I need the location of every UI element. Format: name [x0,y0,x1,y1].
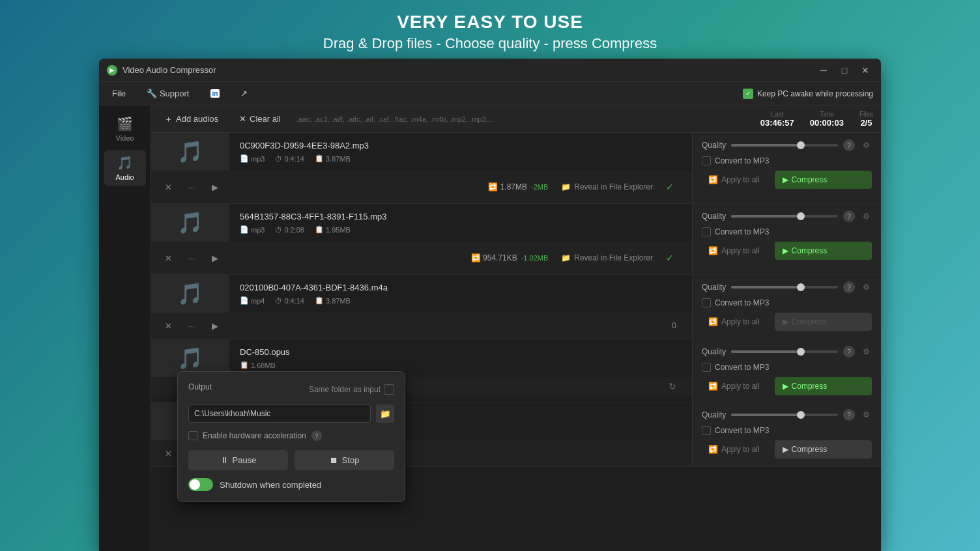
compress-btn-4[interactable]: ▶ Compress [775,377,872,395]
saved-size-2: -1.02MB [521,254,549,262]
reveal-label-1: Reveal in File Explorer [574,182,653,191]
quality-help-3[interactable]: ? [843,281,855,293]
quality-settings-1[interactable]: ⚙ [860,139,872,151]
close-button[interactable]: ✕ [857,63,873,78]
file-close-btn-5[interactable]: ✕ [159,444,177,462]
same-folder-checkbox[interactable] [384,384,394,395]
apply-all-btn-2[interactable]: 🔁 Apply to all [702,242,770,259]
sidebar-item-audio[interactable]: 🎵 Audio [104,150,146,186]
linkedin-btn[interactable]: in [205,87,225,100]
quality-slider-1[interactable] [731,144,838,147]
convert-checkbox-4[interactable] [702,363,711,372]
quality-settings-3[interactable]: ⚙ [860,281,872,293]
file-format-2: 📄 mp3 [240,225,265,234]
file-close-btn-3[interactable]: ✕ [159,317,177,335]
file-left-2: 🎵 564B1357-88C3-4FF1-8391-F115.mp3 📄 mp3… [151,204,692,274]
apply-all-btn-1[interactable]: 🔁 Apply to all [702,171,770,188]
output-path-row: 📁 [188,404,394,423]
stats-bar: Last 03:46:57 Time 00:00:03 Files 2/5 [760,111,873,128]
reveal-btn-1[interactable]: 📁 Reveal in File Explorer [556,180,658,194]
add-audios-button[interactable]: ＋ Add audios [159,111,223,128]
keep-awake-checkbox[interactable]: ✓ [743,89,753,99]
file-play-btn-3[interactable]: ▶ [206,317,224,335]
quality-section-4: Quality ? ⚙ [692,339,881,402]
refresh-icon-4[interactable]: ↻ [669,381,676,391]
support-menu[interactable]: 🔧 Support [141,86,195,101]
apply-icon-2: 🔁 [708,246,718,255]
apply-all-btn-4[interactable]: 🔁 Apply to all [702,378,770,395]
quality-settings-5[interactable]: ⚙ [860,409,872,421]
apply-all-btn-3[interactable]: 🔁 Apply to all [702,313,770,330]
quality-slider-2[interactable] [731,215,838,218]
quality-label-2: Quality [702,212,726,221]
quality-help-1[interactable]: ? [843,139,855,151]
compress-btn-5[interactable]: ▶ Compress [775,440,872,459]
compress-play-icon-2: ▶ [783,246,788,255]
original-size-2: 🔁 954.71KB [471,253,517,262]
support-menu-label: Support [160,89,190,98]
output-label: Output [188,382,212,391]
compress-label-2: Compress [792,246,828,255]
file-meta-3: 📄 mp4 ⏱ 0:4:14 📋 3.87MB [240,296,682,305]
file-info-1: 0C900F3D-D959-4EE3-98A2.mp3 📄 mp3 ⏱ 0:4:… [229,133,692,171]
quality-help-4[interactable]: ? [843,346,855,358]
file-more-btn-2[interactable]: ··· [182,249,201,267]
output-header-row: Output Same folder as input [188,382,394,397]
quality-help-2[interactable]: ? [843,210,855,222]
convert-checkbox-5[interactable] [702,426,711,435]
compress-play-icon-4: ▶ [783,382,788,391]
convert-checkbox-1[interactable] [702,156,711,165]
reveal-btn-2[interactable]: 📁 Reveal in File Explorer [556,251,658,265]
quality-help-5[interactable]: ? [843,409,855,421]
banner-line1: VERY EASY TO USE [323,12,657,33]
sidebar-item-video[interactable]: 🎬 Video [104,111,146,147]
stop-button[interactable]: ⏹ Stop [295,450,394,470]
reveal-icon-1: 📁 [561,182,571,191]
compress-btn-3[interactable]: ▶ Compress [775,313,872,331]
quality-section-2: Quality ? ⚙ [692,204,881,274]
file-duration-3: ⏱ 0:4:14 [275,297,304,305]
file-name-1: 0C900F3D-D959-4EE3-98A2.mp3 [240,141,682,150]
done-icon-2: ✓ [666,253,674,263]
hw-accel-help[interactable]: ? [311,431,322,441]
folder-browse-btn[interactable]: 📁 [376,404,394,423]
file-size-4: 📋 1.68MB [240,361,276,369]
file-play-btn-2[interactable]: ▶ [206,249,224,267]
apply-icon-3: 🔁 [708,317,718,326]
maximize-button[interactable]: □ [837,63,852,78]
file-play-btn-1[interactable]: ▶ [206,178,224,196]
num-badge-3: 0 [672,321,676,330]
table-row: 🎵 020100B0-407A-4361-BDF1-8436.m4a 📄 mp4… [151,275,881,339]
pause-button[interactable]: ⏸ Pause [188,450,288,470]
share-btn[interactable]: ↗ [235,86,253,101]
quality-settings-4[interactable]: ⚙ [860,346,872,358]
last-label: Last [771,111,783,118]
file-more-btn-3[interactable]: ··· [182,317,201,335]
minimize-button[interactable]: ─ [816,63,831,78]
file-close-btn-1[interactable]: ✕ [159,178,177,196]
file-close-btn-2[interactable]: ✕ [159,249,177,267]
quality-btns-3: 🔁 Apply to all ▶ Compress [702,313,872,331]
add-audios-label: Add audios [176,114,218,124]
compress-btn-1[interactable]: ▶ Compress [775,171,872,189]
file-menu[interactable]: File [107,86,131,101]
file-more-btn-1[interactable]: ··· [182,178,201,196]
hw-accel-checkbox[interactable] [188,431,197,440]
file-top-row-2: 🎵 564B1357-88C3-4FF1-8391-F115.mp3 📄 mp3… [151,204,692,242]
quality-slider-4[interactable] [731,350,838,353]
compress-btn-2[interactable]: ▶ Compress [775,242,872,260]
clear-all-button[interactable]: ✕ Clear all [234,111,286,126]
apply-label-4: Apply to all [721,382,760,391]
output-path-input[interactable] [188,404,371,423]
apply-icon-1: 🔁 [708,175,718,184]
audio-icon: 🎵 [117,155,133,171]
convert-checkbox-3[interactable] [702,298,711,307]
apply-all-btn-5[interactable]: 🔁 Apply to all [702,441,770,458]
music-icon-3: 🎵 [177,281,203,306]
convert-checkbox-2[interactable] [702,227,711,236]
shutdown-toggle[interactable] [188,478,213,491]
time-stat: Time 00:00:03 [810,111,844,128]
quality-slider-3[interactable] [731,286,838,289]
quality-slider-5[interactable] [731,414,838,416]
quality-settings-2[interactable]: ⚙ [860,210,872,222]
